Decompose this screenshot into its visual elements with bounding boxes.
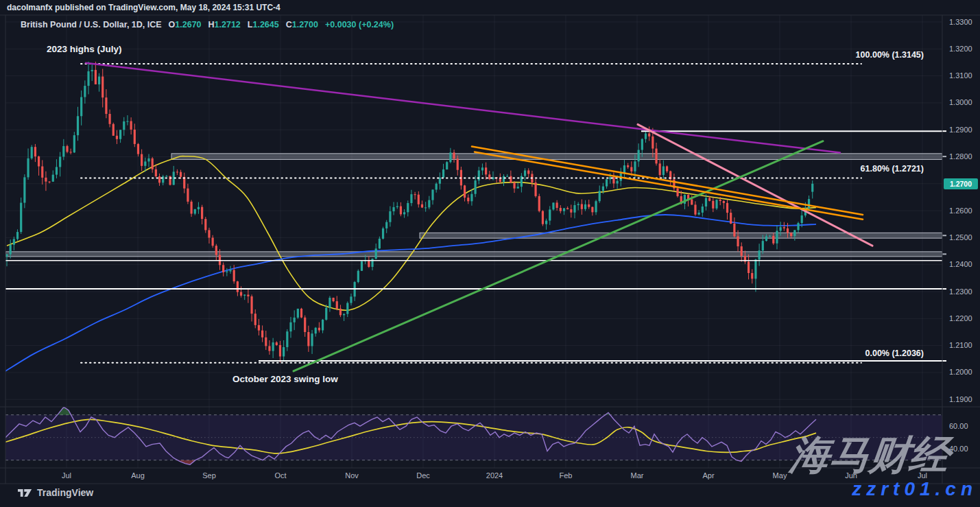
price-axis-label: 1.3300 <box>949 18 972 26</box>
ohlc-open-key: O <box>169 20 176 30</box>
time-axis-label: Jul <box>62 471 71 480</box>
tradingview-logo-icon <box>18 488 32 498</box>
price-axis-label: 1.2300 <box>949 287 972 296</box>
zone-1.244 <box>5 252 942 257</box>
tradingview-footer-link[interactable]: TradingView <box>18 487 93 498</box>
ohlc-open: O1.2670 <box>169 20 202 30</box>
time-axis-label: Oct <box>274 471 286 480</box>
fib-label-618: 61.80% (1.2721) <box>804 164 924 174</box>
watermark-url: zzrt01.cn <box>852 478 977 500</box>
supply-zone-1.28 <box>171 154 942 160</box>
ohlc-close-key: C <box>286 20 292 30</box>
time-axis-label: May <box>773 471 787 480</box>
annotation-2023-highs: 2023 highs (July) <box>47 44 122 54</box>
ohlc-high-key: H <box>208 20 215 30</box>
watermark-chinese: 海马财经 <box>787 432 951 478</box>
ohlc-low: L1.2645 <box>248 20 279 30</box>
price-axis-label: 1.3200 <box>949 45 972 53</box>
ohlc-low-value: 1.2645 <box>252 20 278 30</box>
time-axis-label: Nov <box>345 471 359 480</box>
symbol-info-row[interactable]: British Pound / U.S. Dollar, 1D, ICE O1.… <box>21 20 394 30</box>
rsi-axis-label: 40.00 <box>949 445 968 453</box>
price-axis-label: 1.3000 <box>949 98 972 106</box>
tradingview-published-chart: dacolmanfx published on TradingView.com,… <box>0 0 980 507</box>
price-axis-label: 1.2900 <box>949 126 972 134</box>
price-axis-label: 1.2100 <box>949 341 972 349</box>
price-axis-label: 1.2500 <box>949 233 972 241</box>
price-axis-label: 1.2000 <box>949 368 972 376</box>
last-price-badge: 1.2700 <box>944 178 978 189</box>
main-pane[interactable] <box>5 15 942 407</box>
ohlc-high-value: 1.2712 <box>215 20 241 30</box>
price-axis-label: 1.2400 <box>949 260 972 268</box>
tradingview-logo-text: TradingView <box>37 487 93 498</box>
fib-label-100: 100.00% (1.3145) <box>804 50 924 60</box>
purple-descending[interactable] <box>86 63 840 153</box>
price-axis-label: 1.2800 <box>949 152 972 161</box>
annotation-october-swing-low: October 2023 swing low <box>232 374 338 384</box>
chart-canvas[interactable] <box>0 0 980 507</box>
time-axis-label: Mar <box>631 471 644 480</box>
ohlc-high: H1.2712 <box>208 20 241 30</box>
time-axis-label: Sep <box>202 471 216 480</box>
time-axis-label: Dec <box>416 471 430 480</box>
zone-1.251 <box>420 233 942 238</box>
time-axis-label: Aug <box>131 471 145 480</box>
fib-label-0: 0.00% (1.2036) <box>804 349 924 358</box>
ohlc-close-value: 1.2700 <box>292 20 318 30</box>
time-axis-label: 2024 <box>486 471 503 480</box>
price-axis-label: 1.3100 <box>949 71 972 80</box>
time-axis-label: Apr <box>702 471 714 480</box>
rsi-axis-label: 60.00 <box>949 422 968 430</box>
price-axis-label: 1.1900 <box>949 395 972 403</box>
symbol-title: British Pound / U.S. Dollar, 1D, ICE <box>21 20 162 30</box>
price-change: +0.0030 (+0.24%) <box>325 20 394 30</box>
time-axis-label: Feb <box>560 471 573 480</box>
ohlc-open-value: 1.2670 <box>175 20 201 30</box>
price-axis-label: 1.2200 <box>949 314 972 322</box>
price-axis-label: 1.2600 <box>949 207 972 215</box>
publish-note: dacolmanfx published on TradingView.com,… <box>7 3 280 12</box>
ohlc-close: C1.2700 <box>286 20 318 30</box>
